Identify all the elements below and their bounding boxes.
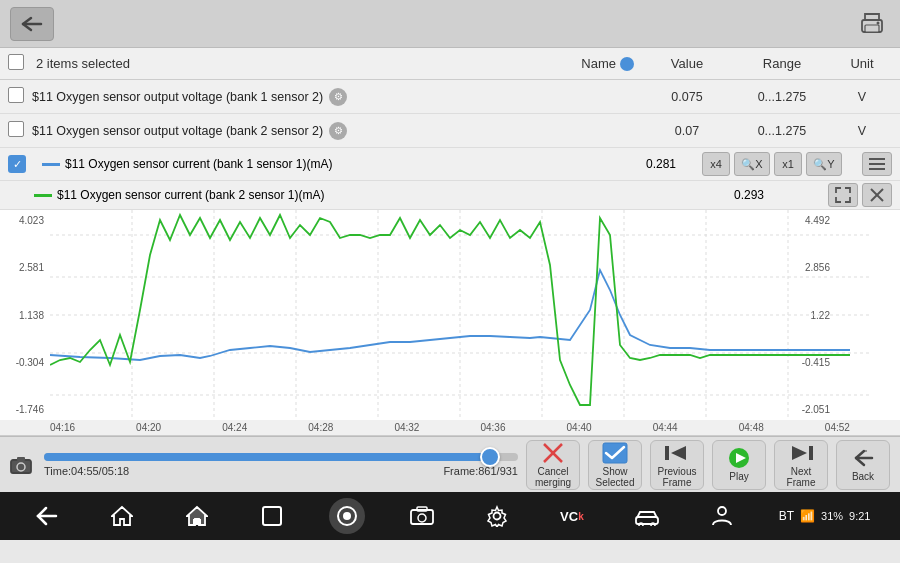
slider-thumb[interactable]	[480, 447, 500, 467]
zoom-x-button[interactable]: 🔍X	[734, 152, 770, 176]
previous-frame-label: PreviousFrame	[658, 466, 697, 488]
nav-circle-icon[interactable]	[329, 498, 365, 534]
y-label-left-3: -0.304	[2, 357, 48, 368]
playback-slider-area: Time:04:55/05:18 Frame:861/931	[44, 453, 518, 477]
clock-time: 9:21	[849, 510, 870, 522]
play-button[interactable]: Play	[712, 440, 766, 490]
next-frame-button[interactable]: Next Frame	[774, 440, 828, 490]
nav-camera-icon[interactable]	[404, 498, 440, 534]
close-chart-button[interactable]	[862, 183, 892, 207]
nav-vck-icon[interactable]: VCk	[554, 498, 590, 534]
playback-slider-track[interactable]	[44, 453, 518, 461]
legend-color-green	[34, 194, 52, 197]
table-row: $11 Oxygen sensor output voltage (bank 1…	[0, 80, 900, 114]
time-frame-info: Time:04:55/05:18 Frame:861/931	[44, 465, 518, 477]
show-selected-button[interactable]: ShowSelected	[588, 440, 642, 490]
nav-settings-icon[interactable]	[479, 498, 515, 534]
x-label-3: 04:28	[308, 422, 333, 433]
y-label-left-1: 2.581	[2, 262, 48, 273]
slider-fill	[44, 453, 485, 461]
svg-rect-45	[417, 507, 427, 511]
playback-buttons: Cancelmerging ShowSelected PreviousFrame	[526, 440, 890, 490]
svg-point-42	[343, 512, 351, 520]
chart-legend-row2: $11 Oxygen sensor current (bank 2 sensor…	[0, 181, 900, 210]
hamburger-button[interactable]	[862, 152, 892, 176]
row-range-1: 0...1.275	[732, 90, 832, 104]
legend-item-2: $11 Oxygen sensor current (bank 2 sensor…	[34, 188, 324, 202]
name-column-header: Name	[422, 56, 642, 71]
row-checkbox-1[interactable]	[8, 87, 32, 106]
selected-info: 2 items selected	[32, 56, 422, 71]
svg-rect-25	[17, 457, 25, 461]
x-label-8: 04:48	[739, 422, 764, 433]
zoom-x4-button[interactable]: x4	[702, 152, 730, 176]
table-row: $11 Oxygen sensor output voltage (bank 2…	[0, 114, 900, 148]
camera-icon-area	[10, 456, 32, 474]
svg-rect-33	[809, 446, 813, 460]
frame-label: Frame:861/931	[443, 465, 518, 477]
cancel-merging-label: Cancelmerging	[535, 466, 571, 488]
svg-point-44	[418, 514, 426, 522]
x-label-1: 04:20	[136, 422, 161, 433]
chart-legend: ✓ $11 Oxygen sensor current (bank 1 sens…	[0, 148, 900, 181]
nav-square-icon[interactable]	[254, 498, 290, 534]
svg-point-3	[877, 21, 880, 24]
next-frame-label: Next Frame	[775, 466, 827, 488]
battery-percent: 31%	[821, 510, 843, 522]
svg-rect-2	[865, 25, 879, 32]
status-bar-right: BT 📶 31% 9:21	[779, 509, 871, 523]
print-button[interactable]	[854, 7, 890, 41]
x-label-9: 04:52	[825, 422, 850, 433]
row-value-2: 0.07	[642, 124, 732, 138]
nav-back-icon[interactable]	[29, 498, 65, 534]
bottom-nav: VCk BT 📶 31% 9:21	[0, 492, 900, 540]
zoom-y-button[interactable]: 🔍Y	[806, 152, 842, 176]
chart-x-labels: 04:16 04:20 04:24 04:28 04:32 04:36 04:4…	[0, 420, 900, 435]
legend-color-blue	[42, 163, 60, 166]
row-range-2: 0...1.275	[732, 124, 832, 138]
name-info-icon[interactable]	[620, 57, 634, 71]
nav-home-icon[interactable]	[104, 498, 140, 534]
nav-home2-icon[interactable]	[179, 498, 215, 534]
back-button[interactable]	[10, 7, 54, 41]
row-name-2: $11 Oxygen sensor output voltage (bank 2…	[32, 122, 642, 140]
svg-rect-40	[263, 507, 281, 525]
legend-value-1: 0.281	[646, 157, 676, 171]
show-selected-label: ShowSelected	[596, 466, 635, 488]
select-all-checkbox[interactable]	[8, 54, 32, 73]
back-playback-button[interactable]: Back	[836, 440, 890, 490]
play-label: Play	[729, 471, 748, 482]
svg-marker-37	[112, 507, 132, 525]
row-name-1: $11 Oxygen sensor output voltage (bank 1…	[32, 88, 642, 106]
nav-person-icon[interactable]	[704, 498, 740, 534]
legend-value-2: 0.293	[734, 188, 764, 202]
chart-container: 4.023 2.581 1.138 -0.304 -1.746 4.492 2.…	[0, 210, 900, 420]
svg-point-50	[718, 507, 726, 515]
unit-column-header: Unit	[832, 56, 892, 71]
svg-rect-39	[193, 519, 201, 525]
x-label-0: 04:16	[50, 422, 75, 433]
cancel-merging-button[interactable]: Cancelmerging	[526, 440, 580, 490]
row-settings-icon-1[interactable]: ⚙	[329, 88, 347, 106]
nav-car-icon[interactable]	[629, 498, 665, 534]
x-label-2: 04:24	[222, 422, 247, 433]
row-checkbox-2[interactable]	[8, 121, 32, 140]
x-label-7: 04:44	[653, 422, 678, 433]
range-column-header: Range	[732, 56, 832, 71]
time-label: Time:04:55/05:18	[44, 465, 129, 477]
y-label-left-2: 1.138	[2, 310, 48, 321]
chart-line-green	[50, 215, 850, 405]
back-playback-label: Back	[852, 471, 874, 482]
chart-legend-checkbox[interactable]: ✓	[8, 155, 26, 173]
previous-frame-button[interactable]: PreviousFrame	[650, 440, 704, 490]
row-settings-icon-2[interactable]: ⚙	[329, 122, 347, 140]
zoom-x1-button[interactable]: x1	[774, 152, 802, 176]
y-labels-left: 4.023 2.581 1.138 -0.304 -1.746	[0, 210, 50, 420]
chart-svg	[50, 210, 870, 420]
row-unit-1: V	[832, 90, 892, 104]
bt-icon: BT	[779, 509, 794, 523]
expand-chart-button[interactable]	[828, 183, 858, 207]
legend-item-1: $11 Oxygen sensor current (bank 1 sensor…	[42, 157, 332, 171]
table-header: 2 items selected Name Value Range Unit	[0, 48, 900, 80]
chart-section: ✓ $11 Oxygen sensor current (bank 1 sens…	[0, 148, 900, 436]
